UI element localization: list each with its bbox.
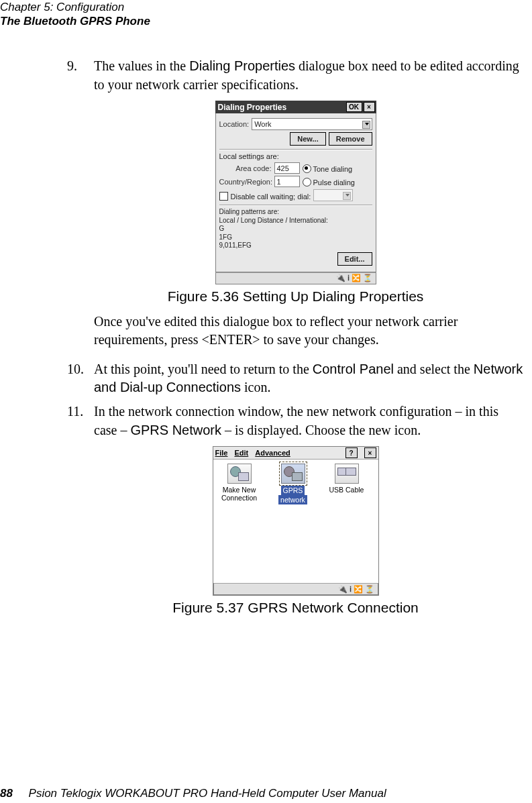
figure-537-caption: Figure 5.37 GPRS Network Connection — [67, 600, 524, 616]
step-10-t2: and select the — [394, 362, 474, 376]
page: Chapter 5: Configuration The Bluetooth G… — [0, 0, 532, 803]
close-button[interactable]: × — [364, 447, 376, 458]
figure-537-wrap: File Edit Advanced ? × Make New Connecti… — [67, 446, 524, 596]
step-9-number: 9. — [67, 57, 94, 94]
footer-title: Psion Teklogix WORKABOUT PRO Hand-Held C… — [29, 787, 386, 800]
dialing-properties-titlebar: Dialing Properties OK × — [215, 101, 376, 113]
page-footer: 88 Psion Teklogix WORKABOUT PRO Hand-Hel… — [0, 787, 386, 800]
close-button[interactable]: × — [364, 102, 375, 112]
local-settings-label: Local settings are: — [219, 152, 372, 160]
step-11-t2: – is displayed. Choose the new icon. — [221, 423, 421, 437]
gprs-network-item[interactable]: GPRS network — [271, 464, 315, 504]
make-new-connection-label-2: Connection — [217, 494, 262, 502]
dialing-properties-client: Location: Work New... Remove Local setti… — [215, 113, 376, 272]
step-11: 11. In the network connection window, th… — [67, 403, 524, 439]
control-panel-term: Control Panel — [313, 362, 394, 376]
post-fig536-paragraph: Once you've edited this dialogue box to … — [94, 313, 524, 350]
step-11-body: In the network connection window, the ne… — [94, 403, 524, 439]
location-value: Work — [254, 120, 271, 128]
step-10-t3: icon. — [241, 380, 270, 394]
checkbox-unchecked-icon — [219, 192, 228, 201]
dialing-pattern-1: G — [219, 225, 372, 233]
gprs-network-label-2: network — [278, 495, 307, 504]
dialing-properties-term: Dialing Properties — [189, 58, 295, 73]
help-button[interactable]: ? — [345, 447, 358, 458]
post-fig536-text: Once you've edited this dialogue box to … — [94, 314, 458, 347]
dialing-pattern-2: 1FG — [219, 233, 372, 242]
tone-dialing-label: Tone dialing — [313, 165, 353, 173]
figure-536-wrap: Dialing Properties OK × Location: Work N… — [67, 101, 524, 284]
step-9-t1: The values in the — [94, 58, 189, 73]
page-header: Chapter 5: Configuration The Bluetooth G… — [0, 0, 150, 29]
edit-button[interactable]: Edit... — [337, 252, 372, 266]
content-area: 9. The values in the Dialing Properties … — [67, 57, 524, 624]
new-button[interactable]: New... — [290, 132, 325, 146]
menubar: File Edit Advanced ? × — [213, 447, 378, 460]
tone-dialing-radio[interactable]: Tone dialing — [303, 163, 353, 173]
menu-file[interactable]: File — [215, 449, 228, 457]
chevron-down-icon — [365, 123, 369, 125]
dialing-patterns-sub: Local / Long Distance / International: — [219, 217, 372, 225]
taskbar-536: 🔌 ⅰ 🔀 ⏳ — [215, 272, 376, 284]
step-9: 9. The values in the Dialing Properties … — [67, 57, 524, 94]
pulse-dialing-radio[interactable]: Pulse dialing — [303, 176, 355, 186]
area-code-input[interactable]: 425 — [274, 162, 300, 174]
step-9-body: The values in the Dialing Properties dia… — [94, 57, 524, 94]
usb-cable-item[interactable]: USB Cable — [325, 464, 369, 494]
step-10: 10. At this point, you'll need to return… — [67, 360, 524, 397]
usb-cable-label: USB Cable — [325, 486, 369, 494]
menu-edit[interactable]: Edit — [234, 449, 248, 457]
disable-call-waiting-label: Disable call waiting; dial: — [231, 193, 311, 201]
tray-icons: 🔌 ⅰ 🔀 ⏳ — [338, 585, 374, 594]
step-11-number: 11. — [67, 403, 94, 439]
location-select[interactable]: Work — [252, 118, 372, 130]
separator-2 — [219, 205, 372, 206]
page-number: 88 — [0, 787, 13, 800]
dialing-patterns-block: Dialing patterns are: Local / Long Dista… — [219, 208, 372, 250]
menu-advanced[interactable]: Advanced — [255, 449, 290, 457]
pulse-dialing-label: Pulse dialing — [313, 178, 355, 186]
radio-unchecked-icon — [303, 178, 311, 186]
ok-button[interactable]: OK — [346, 102, 362, 112]
location-label: Location: — [219, 120, 250, 128]
step-10-t1: At this point, you'll need to return to … — [94, 362, 313, 376]
call-waiting-dial-select[interactable] — [313, 189, 353, 201]
dialing-properties-window: Dialing Properties OK × Location: Work N… — [215, 101, 376, 284]
section-line: The Bluetooth GPRS Phone — [0, 14, 150, 28]
dialing-properties-title: Dialing Properties — [218, 103, 345, 112]
remove-button[interactable]: Remove — [329, 132, 372, 146]
country-region-input[interactable]: 1 — [274, 176, 300, 187]
new-connection-icon — [227, 464, 252, 484]
separator-1 — [219, 149, 372, 150]
connections-pane: Make New Connection GPRS network USB Cab… — [213, 460, 378, 583]
make-new-connection-label-1: Make New — [217, 486, 262, 494]
step-10-number: 10. — [67, 360, 94, 397]
step-10-body: At this point, you'll need to return to … — [94, 360, 524, 397]
network-connections-window: File Edit Advanced ? × Make New Connecti… — [213, 446, 379, 596]
figure-536-caption: Figure 5.36 Setting Up Dialing Propertie… — [67, 288, 524, 305]
area-code-label: Area code: — [219, 164, 272, 172]
usb-cable-icon — [335, 464, 359, 484]
taskbar-537: 🔌 ⅰ 🔀 ⏳ — [213, 583, 378, 595]
radio-checked-icon — [303, 164, 311, 173]
country-region-label: Country/Region: — [219, 178, 272, 186]
make-new-connection-item[interactable]: Make New Connection — [217, 464, 262, 502]
chapter-line: Chapter 5: Configuration — [0, 0, 150, 14]
gprs-network-label-1: GPRS — [281, 486, 305, 495]
dialing-pattern-3: 9,011,EFG — [219, 242, 372, 250]
disable-call-waiting-checkbox[interactable]: Disable call waiting; dial: — [219, 191, 311, 201]
dialing-patterns-header: Dialing patterns are: — [219, 208, 372, 217]
gprs-network-icon — [281, 464, 305, 484]
chevron-down-icon — [345, 194, 350, 197]
tray-icons: 🔌 ⅰ 🔀 ⏳ — [336, 274, 372, 282]
gprs-network-term: GPRS Network — [130, 423, 221, 437]
